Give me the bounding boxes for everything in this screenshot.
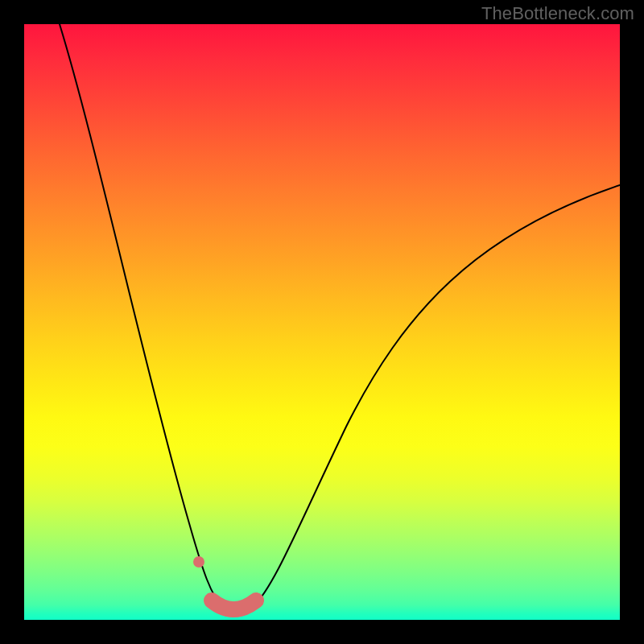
chart-frame: TheBottleneck.com: [0, 0, 644, 644]
marker-dot: [193, 556, 204, 568]
optimal-range-highlight: [212, 601, 256, 609]
bottleneck-curve: [60, 24, 620, 613]
watermark-text: TheBottleneck.com: [481, 3, 634, 24]
chart-svg: [24, 24, 620, 620]
plot-area: [24, 24, 620, 620]
